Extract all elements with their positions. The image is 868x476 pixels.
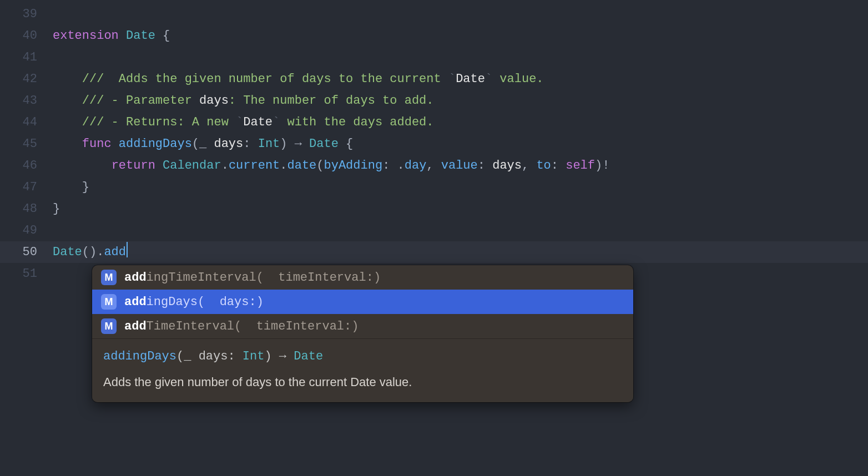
arg-label: byAdding: [324, 159, 383, 173]
indent: [53, 115, 82, 129]
autocomplete-detail: addingDays(_ days: Int) → Date Adds the …: [92, 339, 633, 402]
line-number: 40: [0, 25, 53, 47]
indent: [53, 72, 82, 86]
code-line[interactable]: 39: [0, 3, 868, 25]
doc-type: Date: [243, 115, 272, 129]
line-number: 51: [0, 263, 53, 285]
code-line[interactable]: 41: [0, 47, 868, 68]
autocomplete-item-selected[interactable]: M addingDays( days:): [92, 290, 633, 314]
autocomplete-signature: addingTimeInterval( timeInterval:): [124, 267, 381, 288]
code-content[interactable]: return Calendar.current.date(byAdding: .…: [53, 155, 868, 176]
line-number: 47: [0, 176, 53, 198]
code-line[interactable]: 49: [0, 220, 868, 241]
keyword-func: func: [82, 137, 112, 151]
type-date: Date: [309, 137, 339, 151]
indent: [53, 180, 82, 194]
type-int: Int: [258, 137, 280, 151]
prop-current: current: [229, 159, 280, 173]
doc-comment: with the days added.: [280, 115, 433, 129]
code-content[interactable]: /// - Parameter days: The number of days…: [53, 90, 868, 112]
method-date: date: [287, 159, 317, 173]
line-number: 43: [0, 90, 53, 112]
backtick: `: [485, 72, 492, 86]
backtick: `: [272, 115, 280, 129]
comma: ,: [522, 159, 536, 173]
enum-day: day: [405, 159, 427, 173]
code-content[interactable]: /// - Returns: A new `Date` with the day…: [53, 112, 868, 133]
code-line[interactable]: 43 /// - Parameter days: The number of d…: [0, 90, 868, 112]
line-number: 41: [0, 47, 53, 68]
autocomplete-signature: addingDays( days:): [124, 291, 264, 313]
line-number: 49: [0, 220, 53, 241]
code-line[interactable]: 46 return Calendar.current.date(byAdding…: [0, 155, 868, 176]
dot: .: [221, 159, 229, 173]
text-cursor: [127, 242, 128, 257]
type-calendar: Calendar: [163, 159, 221, 173]
doc-comment: /// Adds the given number of days to the…: [82, 72, 448, 86]
autocomplete-item[interactable]: M addingTimeInterval( timeInterval:): [92, 265, 633, 290]
colon: :: [382, 159, 397, 173]
colon: :: [243, 137, 258, 151]
line-number: 50: [0, 241, 53, 263]
autocomplete-signature: addTimeInterval( timeInterval:): [124, 316, 359, 337]
call-parens: ().: [82, 245, 104, 259]
backtick: `: [448, 72, 456, 86]
code-content[interactable]: Date().add: [53, 241, 868, 263]
method-icon: M: [101, 294, 117, 310]
autocomplete-item[interactable]: M addTimeInterval( timeInterval:): [92, 314, 633, 338]
type-date: Date: [126, 29, 155, 43]
code-editor[interactable]: 39 40 extension Date { 41 42 /// Adds th…: [0, 0, 868, 285]
typed-text: add: [104, 245, 126, 259]
arg-label: value: [441, 159, 478, 173]
detail-summary: Adds the given number of days to the cur…: [103, 372, 622, 392]
arg-days: days: [492, 159, 522, 173]
line-number: 44: [0, 112, 53, 133]
colon: :: [478, 159, 492, 173]
brace: }: [82, 180, 89, 194]
brace: {: [339, 137, 353, 151]
arg-label: to: [536, 159, 551, 173]
doc-comment: /// - Parameter: [82, 94, 199, 108]
line-number: 48: [0, 198, 53, 220]
doc-type: Date: [456, 72, 485, 86]
code-line-current[interactable]: 50 Date().add: [0, 241, 868, 263]
param-name: days: [214, 137, 243, 151]
indent: [53, 137, 82, 151]
autocomplete-popup[interactable]: M addingTimeInterval( timeInterval:) M a…: [92, 265, 633, 402]
paren-close: )!: [595, 159, 609, 173]
code-line[interactable]: 42 /// Adds the given number of days to …: [0, 68, 868, 90]
colon: :: [551, 159, 566, 173]
line-number: 46: [0, 155, 53, 176]
backtick: `: [236, 115, 243, 129]
method-icon: M: [101, 318, 117, 334]
space: [155, 159, 163, 173]
comma: ,: [426, 159, 441, 173]
space: [119, 29, 126, 43]
code-content[interactable]: }: [53, 198, 868, 220]
doc-comment: value.: [492, 72, 543, 86]
type-date: Date: [53, 245, 82, 259]
dot: .: [280, 159, 287, 173]
arrow: ) →: [280, 137, 309, 151]
paren: (: [192, 137, 199, 151]
line-number: 45: [0, 133, 53, 155]
code-line[interactable]: 40 extension Date {: [0, 25, 868, 47]
method-icon: M: [101, 270, 117, 285]
space: [112, 137, 119, 151]
code-line[interactable]: 48 }: [0, 198, 868, 220]
code-line[interactable]: 45 func addingDays(_ days: Int) → Date {: [0, 133, 868, 155]
code-line[interactable]: 44 /// - Returns: A new `Date` with the …: [0, 112, 868, 133]
keyword-self: self: [566, 159, 595, 173]
detail-signature: addingDays(_ days: Int) → Date: [103, 347, 622, 367]
brace: }: [53, 202, 60, 216]
keyword-return: return: [112, 159, 155, 173]
dot: .: [397, 159, 405, 173]
code-line[interactable]: 47 }: [0, 176, 868, 198]
code-content[interactable]: func addingDays(_ days: Int) → Date {: [53, 133, 868, 155]
brace: {: [155, 29, 170, 43]
code-content[interactable]: }: [53, 176, 868, 198]
code-content[interactable]: extension Date {: [53, 25, 868, 47]
indent: [53, 94, 82, 108]
function-name: addingDays: [119, 137, 192, 151]
code-content[interactable]: /// Adds the given number of days to the…: [53, 68, 868, 90]
